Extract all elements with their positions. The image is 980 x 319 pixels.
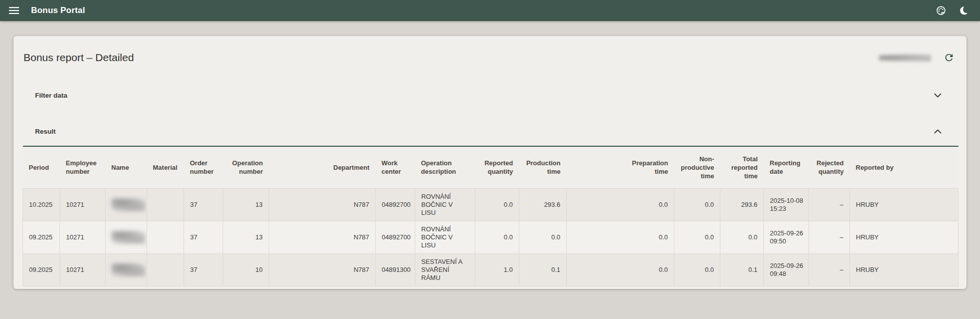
cell-name <box>106 221 147 253</box>
cell-preparation-time: 0.0 <box>567 188 674 221</box>
cell-production-time: 293.6 <box>519 188 567 221</box>
column-header-label: Order number <box>190 159 217 176</box>
cell-name <box>106 188 147 221</box>
dark-mode-button[interactable] <box>955 2 973 20</box>
filter-panel-label: Filter data <box>35 92 68 99</box>
column-header-label: Period <box>29 163 49 172</box>
cell-non-productive-time: 0.0 <box>674 253 720 286</box>
cell-period: 09.2025 <box>23 253 60 286</box>
cell-material <box>147 188 184 221</box>
column-header-label: Production time <box>525 159 561 176</box>
cell-order-number: 37 <box>184 253 223 286</box>
palette-icon <box>935 5 946 16</box>
column-header-reporting-date[interactable]: Reporting date <box>764 146 809 188</box>
column-header-preparation-time[interactable]: Preparation time <box>567 146 674 188</box>
column-header-work-center[interactable]: Work center <box>376 146 415 188</box>
card-header: Bonus report – Detailed <box>23 36 958 66</box>
cell-reported-quantity: 0.0 <box>475 188 519 221</box>
cell-period: 09.2025 <box>23 221 60 253</box>
cell-reported-by: HRUBY <box>850 188 958 221</box>
moon-icon <box>958 5 969 16</box>
cell-production-time: 0.1 <box>519 253 567 286</box>
column-header-label: Department <box>333 163 369 172</box>
app-title: Bonus Portal <box>31 6 85 16</box>
column-header-label: Reported quantity <box>481 159 513 176</box>
cell-rejected-quantity: – <box>809 253 850 286</box>
cell-name <box>106 253 147 286</box>
column-header-non-productive-time[interactable]: Non-productive time <box>674 146 720 188</box>
report-card: Bonus report – Detailed Filter data Resu… <box>14 36 966 289</box>
column-header-period[interactable]: Period <box>23 146 60 188</box>
user-name-redacted <box>879 54 931 62</box>
column-header-operation-number[interactable]: Operation number <box>223 146 269 188</box>
refresh-icon <box>943 52 954 63</box>
result-table: PeriodEmployee numberNameMaterialOrder n… <box>23 146 958 286</box>
column-header-rejected-quantity[interactable]: Rejected quantity <box>809 146 850 188</box>
cell-reported-quantity: 1.0 <box>475 253 519 286</box>
cell-rejected-quantity: – <box>809 188 850 221</box>
column-header-label: Work center <box>382 159 409 176</box>
column-header-reported-quantity[interactable]: Reported quantity <box>475 146 519 188</box>
column-header-reported-by[interactable]: Reported by <box>850 146 958 188</box>
column-header-department[interactable]: Department <box>269 146 376 188</box>
hamburger-icon <box>9 7 19 14</box>
cell-department: N787 <box>269 188 376 221</box>
chevron-down-icon <box>934 93 941 98</box>
cell-department: N787 <box>269 221 376 253</box>
cell-material <box>147 221 184 253</box>
menu-button[interactable] <box>5 2 23 20</box>
column-header-material[interactable]: Material <box>147 146 184 188</box>
column-header-production-time[interactable]: Production time <box>519 146 567 188</box>
column-header-label: Reporting date <box>770 159 803 176</box>
employee-name-redacted <box>112 198 146 211</box>
cell-department: N787 <box>269 253 376 286</box>
refresh-button[interactable] <box>940 49 958 67</box>
cell-employee-number: 10271 <box>60 188 106 221</box>
table-row: 10.2025102713713N78704892700ROVNÁNÍ BOČN… <box>23 188 958 221</box>
cell-total-reported-time: 0.1 <box>720 253 764 286</box>
result-table-container: PeriodEmployee numberNameMaterialOrder n… <box>23 146 958 286</box>
cell-reported-quantity: 0.0 <box>475 221 519 253</box>
cell-total-reported-time: 293.6 <box>720 188 764 221</box>
cell-reported-by: HRUBY <box>850 253 958 286</box>
result-panel-label: Result <box>35 128 56 135</box>
page-title: Bonus report – Detailed <box>24 52 134 64</box>
cell-preparation-time: 0.0 <box>567 221 674 253</box>
column-header-employee-number[interactable]: Employee number <box>60 146 106 188</box>
cell-reported-by: HRUBY <box>850 221 958 253</box>
column-header-label: Total reported time <box>726 155 758 180</box>
result-panel-header[interactable]: Result <box>23 119 958 143</box>
cell-work-center: 04892700 <box>376 221 415 253</box>
column-header-label: Preparation time <box>628 159 668 176</box>
column-header-label: Reported by <box>856 163 894 172</box>
cell-non-productive-time: 0.0 <box>674 188 720 221</box>
table-row: 09.2025102713713N78704892700ROVNÁNÍ BOČN… <box>23 221 958 253</box>
column-header-order-number[interactable]: Order number <box>184 146 223 188</box>
cell-period: 10.2025 <box>23 188 60 221</box>
column-header-label: Name <box>112 163 129 172</box>
column-header-label: Material <box>153 163 178 172</box>
cell-total-reported-time: 0.0 <box>720 221 764 253</box>
cell-employee-number: 10271 <box>60 221 106 253</box>
cell-non-productive-time: 0.0 <box>674 221 720 253</box>
cell-employee-number: 10271 <box>60 253 106 286</box>
cell-rejected-quantity: – <box>809 221 850 253</box>
column-header-label: Operation number <box>229 159 263 176</box>
column-header-label: Employee number <box>66 159 100 176</box>
column-header-operation-description[interactable]: Operation description <box>415 146 475 188</box>
theme-palette-button[interactable] <box>932 2 950 20</box>
employee-name-redacted <box>112 231 146 244</box>
column-header-label: Rejected quantity <box>815 159 844 176</box>
column-header-label: Operation description <box>421 159 469 176</box>
table-row: 09.2025102713710N78704891300SESTAVENÍ A … <box>23 253 958 286</box>
cell-order-number: 37 <box>184 221 223 253</box>
column-header-total-reported-time[interactable]: Total reported time <box>720 146 764 188</box>
employee-name-redacted <box>112 263 146 276</box>
cell-production-time: 0.0 <box>519 221 567 253</box>
cell-preparation-time: 0.0 <box>567 253 674 286</box>
filter-panel-header[interactable]: Filter data <box>23 83 958 107</box>
column-header-name[interactable]: Name <box>106 146 147 188</box>
cell-operation-number: 13 <box>223 221 269 253</box>
cell-operation-description: ROVNÁNÍ BOČNIC V LISU <box>415 221 475 253</box>
app-bar: Bonus Portal <box>0 0 980 21</box>
